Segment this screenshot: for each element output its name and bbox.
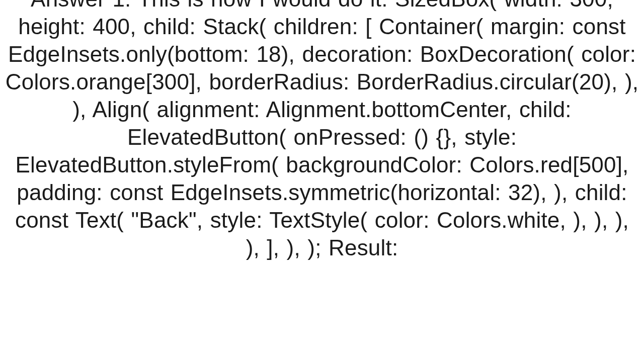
answer-code-text: Answer 1: This is how I would do it: Siz…	[0, 0, 644, 347]
